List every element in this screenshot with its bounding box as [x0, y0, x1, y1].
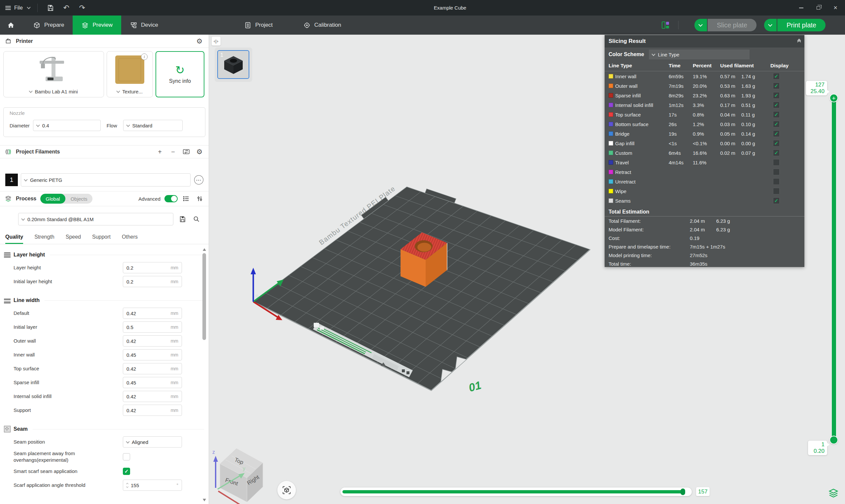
param-spinner[interactable]: 155°: [123, 480, 182, 491]
slice-options-dropdown[interactable]: [694, 19, 707, 31]
build-plate[interactable]: [253, 187, 590, 391]
display-checkbox[interactable]: [773, 83, 780, 89]
slice-plate-button[interactable]: Slice plate: [708, 19, 757, 31]
info-icon[interactable]: i: [141, 53, 147, 60]
plate-1-thumbnail[interactable]: 1: [217, 50, 249, 79]
display-checkbox[interactable]: [773, 188, 780, 194]
display-checkbox[interactable]: [773, 149, 780, 156]
sidebar-scrollbar[interactable]: [202, 248, 207, 504]
advanced-toggle[interactable]: [164, 195, 178, 202]
total-label: Model Filament:: [609, 227, 644, 232]
display-checkbox[interactable]: [773, 92, 780, 99]
minus-icon: −: [171, 148, 175, 156]
printer-model-select[interactable]: Bambu Lab A1 mini: [29, 89, 77, 94]
display-checkbox[interactable]: [773, 169, 780, 175]
save-button[interactable]: [45, 2, 56, 14]
param-input[interactable]: 0.45mm: [123, 349, 182, 360]
flow-select[interactable]: Standard: [123, 120, 182, 131]
nozzle-diameter-select[interactable]: 0.4: [33, 120, 101, 131]
tab-calibration[interactable]: Calibration: [295, 16, 350, 35]
printer-settings-button[interactable]: ⚙: [195, 37, 204, 46]
compare-presets-button[interactable]: [195, 194, 204, 203]
param-input[interactable]: 0.42mm: [123, 335, 182, 346]
step-slider-handle[interactable]: [681, 488, 685, 495]
param-label: Initial layer height: [14, 278, 119, 285]
param-row: Seam positionAligned: [0, 435, 209, 449]
close-button[interactable]: ×: [830, 3, 840, 13]
add-filament-button[interactable]: +: [155, 147, 164, 157]
minimize-button[interactable]: [796, 3, 806, 13]
tab-speed[interactable]: Speed: [66, 234, 81, 244]
collapse-panel-button[interactable]: [798, 40, 800, 42]
param-checkbox[interactable]: [123, 453, 130, 461]
layer-mode-button[interactable]: [828, 488, 839, 499]
plate-type-card[interactable]: i Texture...: [107, 51, 153, 97]
file-menu-chevron-icon[interactable]: [27, 5, 30, 9]
sync-info-button[interactable]: ↻ Sync info: [156, 51, 205, 97]
scroll-up-arrow-icon[interactable]: [203, 248, 206, 251]
search-icon: [193, 216, 200, 223]
tab-preview[interactable]: Preview: [73, 16, 121, 35]
param-input[interactable]: 0.42mm: [123, 363, 182, 374]
scope-objects-button[interactable]: Objects: [65, 194, 93, 204]
parameter-list-button[interactable]: [182, 194, 191, 203]
navigation-cube[interactable]: Top Front Right z y x: [212, 444, 283, 504]
ams-sync-button[interactable]: [182, 147, 191, 157]
layer-slider-top-handle[interactable]: +: [829, 94, 838, 102]
step-slider[interactable]: [340, 487, 692, 496]
scrollbar-thumb[interactable]: [203, 253, 206, 340]
save-preset-button[interactable]: [178, 215, 187, 224]
tab-others[interactable]: Others: [122, 234, 138, 244]
line-type-wt: 1.93 g: [741, 92, 755, 98]
layer-slider-bottom-handle[interactable]: [829, 436, 838, 444]
param-select[interactable]: Aligned: [123, 436, 182, 448]
display-checkbox[interactable]: [773, 197, 780, 204]
tab-prepare[interactable]: Prepare: [24, 16, 73, 35]
param-checkbox[interactable]: [123, 468, 130, 475]
printer-model-card[interactable]: Bambu Lab A1 mini: [3, 51, 104, 97]
tab-device[interactable]: Device: [121, 16, 167, 35]
layer-slider-track[interactable]: [831, 98, 837, 440]
tab-support[interactable]: Support: [92, 234, 111, 244]
display-checkbox[interactable]: [773, 111, 780, 118]
print-plate-button[interactable]: Print plate: [777, 19, 826, 31]
redo-button[interactable]: ↷: [76, 2, 88, 14]
display-checkbox[interactable]: [773, 140, 780, 146]
undo-button[interactable]: ↶: [61, 2, 72, 14]
param-input[interactable]: 0.45mm: [123, 377, 182, 388]
param-input[interactable]: 0.42mm: [123, 308, 182, 319]
param-input[interactable]: 0.2mm: [123, 262, 182, 273]
remove-filament-button[interactable]: −: [169, 147, 178, 157]
param-input[interactable]: 0.5mm: [123, 322, 182, 333]
restore-button[interactable]: [813, 3, 823, 13]
tab-project[interactable]: Project: [235, 16, 281, 35]
tab-quality[interactable]: Quality: [5, 234, 23, 244]
plates-overview-button[interactable]: [661, 21, 670, 29]
scope-global-button[interactable]: Global: [40, 194, 65, 204]
filament-settings-button[interactable]: ⚙: [195, 147, 204, 157]
process-preset-select[interactable]: 0.20mm Standard @BBL A1M: [18, 213, 173, 226]
file-menu-button[interactable]: File: [5, 5, 23, 11]
display-checkbox[interactable]: [773, 130, 780, 137]
display-checkbox[interactable]: [773, 159, 780, 166]
param-input[interactable]: 0.2mm: [123, 276, 182, 287]
color-scheme-select[interactable]: Line Type: [649, 50, 750, 59]
search-preset-button[interactable]: [192, 215, 201, 224]
display-checkbox[interactable]: [773, 102, 780, 108]
tab-home[interactable]: [0, 16, 22, 35]
fit-view-button[interactable]: [277, 481, 296, 499]
param-input[interactable]: 0.42mm: [123, 404, 182, 416]
filament-slot-number[interactable]: 1: [5, 174, 18, 186]
display-checkbox[interactable]: [773, 73, 780, 79]
display-checkbox[interactable]: [773, 121, 780, 127]
filament-more-button[interactable]: ···: [194, 175, 204, 184]
print-options-dropdown[interactable]: [764, 19, 777, 31]
plate-type-select[interactable]: Texture...: [117, 89, 143, 94]
3d-viewport[interactable]: Bambu Textured PEI Plate 01 ‹: [209, 35, 845, 504]
filament-select[interactable]: Generic PETG: [21, 173, 191, 186]
param-input[interactable]: 0.42mm: [123, 391, 182, 402]
display-checkbox[interactable]: [773, 178, 780, 185]
collapse-sidebar-button[interactable]: ‹|›: [212, 37, 221, 46]
tab-strength[interactable]: Strength: [34, 234, 54, 244]
scroll-down-arrow-icon[interactable]: [203, 499, 206, 501]
